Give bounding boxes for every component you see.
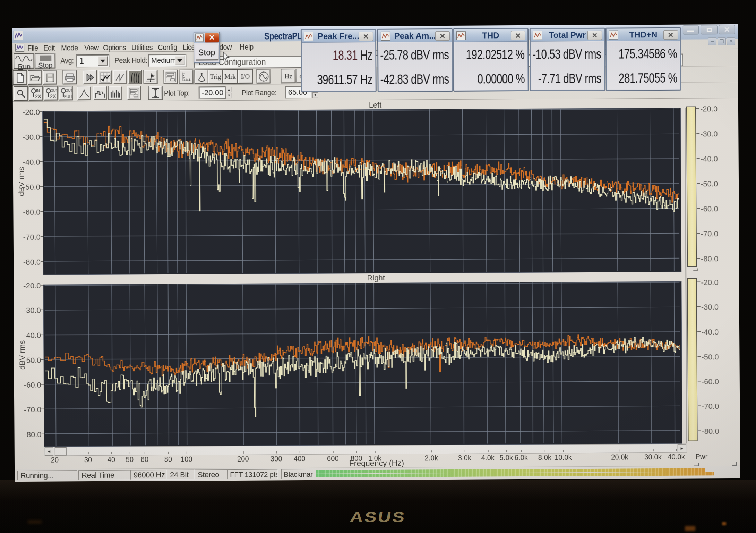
svg-text:IN: IN	[36, 88, 40, 92]
svg-text:FULL: FULL	[64, 94, 71, 99]
svg-text:2X: 2X	[50, 93, 56, 99]
svg-text:OUT: OUT	[65, 88, 71, 92]
svg-text:2X: 2X	[35, 93, 41, 99]
svg-text:OUT: OUT	[50, 88, 57, 92]
